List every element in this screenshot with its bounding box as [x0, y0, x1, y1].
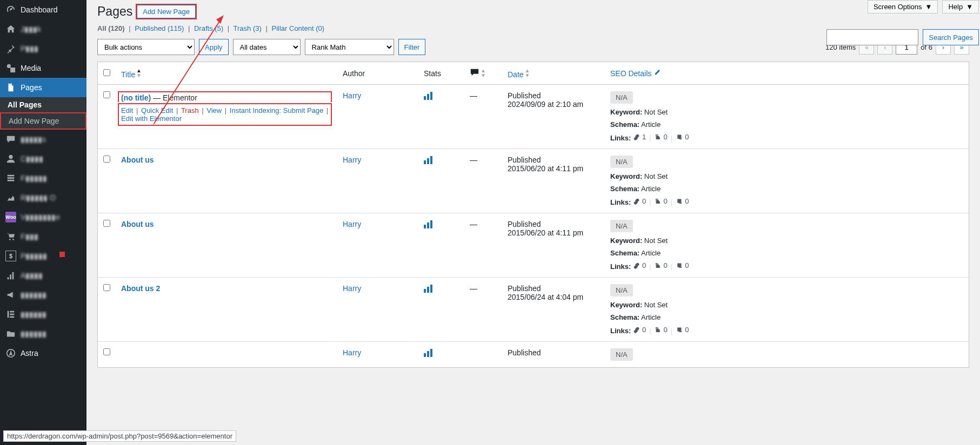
- comments-count: —: [464, 149, 502, 213]
- menu-item-8[interactable]: F▮▮▮▮▮: [0, 168, 86, 188]
- view-link[interactable]: View: [206, 106, 222, 114]
- select-all-checkbox[interactable]: [103, 69, 110, 76]
- menu-item-2[interactable]: J▮▮▮k: [0, 19, 86, 39]
- media-icon: [5, 63, 16, 73]
- menu-item-16[interactable]: ▮▮▮▮▮▮: [0, 324, 86, 343]
- instant-index-link[interactable]: Instant Indexing: Submit Page: [230, 106, 323, 114]
- menu-pages[interactable]: Pages: [0, 78, 86, 97]
- bulk-actions-select[interactable]: Bulk actions: [97, 39, 195, 55]
- view-trash[interactable]: Trash (3): [234, 24, 262, 32]
- seo-badge: N/A: [610, 284, 633, 296]
- svg-rect-7: [10, 316, 14, 318]
- menu-item-6[interactable]: ▮▮▮▮▮s: [0, 130, 86, 149]
- col-seo: SEO Details: [605, 62, 969, 85]
- internal-links-icon: 0: [633, 326, 646, 334]
- menu-item-13[interactable]: A▮▮▮▮: [0, 266, 86, 285]
- menu-label: F▮▮▮▮▮: [21, 174, 47, 183]
- menu-item-14[interactable]: ▮▮▮▮▮▮: [0, 285, 86, 305]
- help-button[interactable]: Help ▼: [942, 0, 979, 14]
- alert-badge: [59, 252, 65, 257]
- woo-icon: Woo: [5, 212, 16, 223]
- cart-icon: [5, 231, 16, 242]
- bars-icon: [5, 270, 16, 281]
- post-status: Published: [508, 91, 541, 100]
- svg-point-1: [9, 155, 12, 159]
- view-pillar[interactable]: Pillar Content (0): [271, 24, 324, 32]
- edit-elementor-link[interactable]: Edit with Elementor: [121, 114, 182, 123]
- page-title-link[interactable]: About us: [121, 156, 154, 164]
- menu-item-10[interactable]: WooV▮▮▮▮▮▮▮e: [0, 207, 86, 227]
- chevron-down-icon: ▼: [925, 3, 932, 11]
- search-input[interactable]: [826, 29, 918, 45]
- search-button[interactable]: Search Pages: [923, 29, 979, 45]
- view-published[interactable]: Published (115): [135, 24, 184, 32]
- stats-icon[interactable]: [424, 220, 432, 228]
- col-title-sort[interactable]: Title▲▼: [121, 70, 142, 79]
- col-date-sort[interactable]: Date▲▼: [508, 70, 530, 79]
- title-suffix: — Elementor: [151, 93, 197, 102]
- col-comments[interactable]: ▲▼: [464, 62, 502, 85]
- menu-label: F▮▮▮: [21, 232, 38, 241]
- gauge-icon: [5, 4, 16, 15]
- quick-edit-link[interactable]: Quick Edit: [141, 106, 173, 114]
- row-checkbox[interactable]: [103, 220, 110, 227]
- page-title-link[interactable]: About us 2: [121, 284, 160, 293]
- menu-item-12[interactable]: $P▮▮▮▮▮: [0, 246, 86, 266]
- add-new-button[interactable]: Add New Page: [137, 5, 196, 18]
- trash-link[interactable]: Trash: [181, 106, 199, 114]
- seo-keyword: Not Set: [644, 172, 668, 180]
- menu-label: Pages: [21, 83, 42, 92]
- author-link[interactable]: Harry: [343, 284, 361, 293]
- col-stats: Stats: [418, 62, 464, 85]
- comments-count: —: [464, 213, 502, 277]
- stats-icon[interactable]: [424, 156, 432, 164]
- seo-filter-select[interactable]: Rank Math: [305, 39, 394, 55]
- row-checkbox[interactable]: [103, 348, 110, 355]
- apply-button[interactable]: Apply: [199, 39, 229, 55]
- menu-label: J▮▮▮k: [21, 25, 41, 33]
- row-checkbox[interactable]: [103, 284, 110, 291]
- menu-item-11[interactable]: F▮▮▮: [0, 227, 86, 246]
- row-checkbox[interactable]: [103, 91, 110, 98]
- post-status: Published: [508, 348, 541, 357]
- outgoing-links-icon: 0: [655, 133, 668, 141]
- author-link[interactable]: Harry: [343, 91, 361, 100]
- author-link[interactable]: Harry: [343, 348, 361, 357]
- page-title-link[interactable]: About us: [121, 220, 154, 228]
- menu-item-9[interactable]: R▮▮▮▮▮ O: [0, 188, 86, 207]
- incoming-links-icon: 0: [676, 261, 689, 269]
- seo-keyword: Not Set: [644, 301, 668, 309]
- author-link[interactable]: Harry: [343, 220, 361, 228]
- menu-posts[interactable]: P▮▮▮: [0, 39, 86, 58]
- date-filter-select[interactable]: All dates: [233, 39, 301, 55]
- view-all[interactable]: All: [97, 24, 106, 32]
- view-drafts[interactable]: Drafts (5): [194, 24, 223, 32]
- menu-item-7[interactable]: C▮▮▮▮: [0, 149, 86, 168]
- post-status: Published: [508, 156, 541, 164]
- stats-icon[interactable]: [424, 284, 432, 293]
- submenu-all-pages[interactable]: All Pages: [0, 97, 86, 112]
- page-title-link[interactable]: (no title): [121, 93, 151, 102]
- menu-item-15[interactable]: ▮▮▮▮▮▮: [0, 305, 86, 324]
- internal-links-icon: 0: [633, 261, 646, 269]
- incoming-links-icon: 0: [676, 133, 689, 141]
- table-row: Harry Published N/A: [98, 341, 969, 367]
- menu-dashboard[interactable]: Dashboard: [0, 0, 86, 19]
- table-row: About us Harry — Published2015/06/20 at …: [98, 149, 969, 213]
- row-checkbox[interactable]: [103, 156, 110, 163]
- col-author: Author: [337, 62, 418, 85]
- screen-options-button[interactable]: Screen Options ▼: [868, 0, 938, 14]
- menu-astra[interactable]: Astra: [0, 343, 86, 363]
- stats-icon[interactable]: [424, 91, 432, 100]
- filter-button[interactable]: Filter: [398, 39, 426, 55]
- svg-rect-4: [8, 311, 9, 318]
- menu-media[interactable]: Media: [0, 58, 86, 78]
- stats-icon[interactable]: [424, 348, 432, 357]
- seo-schema: Article: [641, 249, 661, 257]
- menu-label: Dashboard: [21, 5, 58, 14]
- edit-link[interactable]: Edit: [121, 106, 133, 114]
- pencil-icon[interactable]: [654, 69, 661, 76]
- svg-point-0: [7, 64, 11, 68]
- author-link[interactable]: Harry: [343, 156, 361, 164]
- submenu-add-new[interactable]: Add New Page: [1, 113, 85, 129]
